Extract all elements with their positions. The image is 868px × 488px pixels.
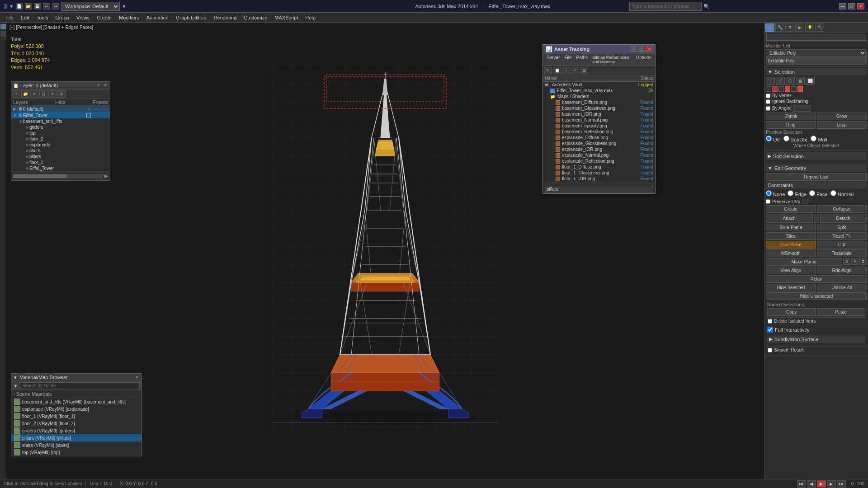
asset-close-btn[interactable]: ✕ <box>646 47 652 52</box>
menu-maxscript[interactable]: MAXScript <box>271 14 302 21</box>
search-icon[interactable]: 🔍 <box>703 4 710 9</box>
mat-item-basement[interactable]: basement_and_lifts (VRayMtl) [basement_a… <box>11 398 142 405</box>
subdiv-title[interactable]: ▶ Subdivision Surface <box>767 335 865 343</box>
layer-item-default[interactable]: ▶ 0 (default) ✓ — — <box>11 106 110 112</box>
layer-select-btn[interactable]: ⊡ <box>39 90 47 98</box>
transport-end[interactable]: ⏭ <box>837 480 846 488</box>
mat-item-floor1[interactable]: floor_1 (VRayMtl) [floor_1] <box>11 413 142 420</box>
maximize-btn[interactable]: □ <box>848 3 855 9</box>
layer-scroll-thumb[interactable] <box>13 174 67 178</box>
sel-edge-btn[interactable]: ╱ <box>776 77 785 85</box>
asset-found-btn[interactable]: ✓ <box>571 67 579 74</box>
menu-animation[interactable]: Animation <box>143 14 172 21</box>
main-viewport[interactable]: [+] [Perspective] [Shaded + Edged Faces]… <box>6 23 764 479</box>
asset-menu-paths[interactable]: Paths <box>575 55 590 65</box>
grow-btn[interactable]: Grow <box>817 113 867 120</box>
copy-ns-btn[interactable]: Copy <box>767 308 816 316</box>
undo-btn[interactable]: ↩ <box>43 3 50 9</box>
x-btn[interactable]: X <box>843 258 850 265</box>
asset-list-item[interactable]: esplanade_Normal.pngFound <box>543 152 655 158</box>
sidebar-icon-2[interactable] <box>0 31 6 37</box>
mat-item-stairs[interactable]: stairs (VRayMtl) [stairs] <box>11 441 142 449</box>
mat-search-input[interactable] <box>20 382 140 389</box>
layer-properties-btn[interactable]: ⚙ <box>57 90 66 98</box>
asset-refresh-btn[interactable]: ↻ <box>544 67 552 74</box>
delete-isolated-checkbox[interactable] <box>768 319 772 324</box>
rp-btn-display[interactable]: 💡 <box>805 23 814 32</box>
rp-btn-utilities[interactable]: 🔨 <box>815 23 824 32</box>
sel-element-btn[interactable]: ⬜ <box>806 77 815 85</box>
face-radio[interactable] <box>809 190 815 196</box>
layer-scroll-right[interactable]: ▶ <box>104 173 108 179</box>
collapse-btn[interactable]: Collapse <box>817 205 867 213</box>
asset-list-item[interactable]: basement_Diffuse.pngFound <box>543 99 655 105</box>
preview-subobj-radio[interactable] <box>783 136 789 141</box>
y-btn[interactable]: Y <box>851 258 859 265</box>
by-vertex-checkbox[interactable] <box>766 94 770 98</box>
msmooth-btn[interactable]: MSmooth <box>766 249 816 257</box>
layer-item-eiffeltower[interactable]: ▼ Eiffel_Tower — — <box>11 112 110 118</box>
asset-list-item[interactable]: floor_1_Glossiness.pngFound <box>543 170 655 176</box>
sel-face-btn[interactable]: ▦ <box>796 77 805 85</box>
layer-item-top[interactable]: top <box>24 130 110 136</box>
layer-create-btn[interactable]: + <box>12 90 20 98</box>
relax-btn[interactable]: Relax <box>766 275 867 283</box>
search-input[interactable] <box>629 2 702 11</box>
asset-list-item[interactable]: Eiffel_Tower_max_vray.maxOk <box>543 88 655 94</box>
soft-sel-title[interactable]: ▶ Soft Selection <box>766 152 867 160</box>
transport-prev[interactable]: ◀ <box>807 480 816 488</box>
attach-settings-btn[interactable] <box>814 214 819 223</box>
asset-list-item[interactable]: esplanade_IOR.pngFound <box>543 146 655 152</box>
layer-item-stairs[interactable]: stairs <box>24 148 110 154</box>
mat-item-top[interactable]: top (VRayMtl) [top] <box>11 449 142 456</box>
asset-menu-bitmap[interactable]: Bitmap Performance and Memory <box>590 55 633 65</box>
mat-item-girders[interactable]: girders (VRayMtl) [girders] <box>11 427 142 434</box>
modifier-item-editable-poly[interactable]: Editable Poly <box>766 57 867 65</box>
paste-ns-btn[interactable]: Paste <box>817 308 866 316</box>
ignore-backfacing-checkbox[interactable] <box>766 99 770 104</box>
hide-unsel-btn[interactable]: Hide Unselected <box>766 292 867 300</box>
sel-vertex-btn[interactable]: · <box>766 77 775 85</box>
sel-border-btn[interactable]: ⬡ <box>786 77 795 85</box>
ring-btn[interactable]: Ring <box>766 121 816 129</box>
preview-multi-radio[interactable] <box>811 136 816 141</box>
asset-menu-options[interactable]: Options <box>634 55 653 65</box>
layer-add-btn[interactable]: 📁 <box>21 90 29 98</box>
reset-plane-btn[interactable]: Reset Pl. <box>817 232 867 240</box>
open-file-btn[interactable]: 📂 <box>25 3 32 9</box>
modifier-dropdown[interactable]: Editable Poly <box>766 49 867 57</box>
layer-highlight-btn[interactable]: ☀ <box>48 90 57 98</box>
asset-list-item[interactable]: basement_Glossiness.pngFound <box>543 105 655 111</box>
layer-panel-close[interactable]: ✕ <box>103 83 108 88</box>
by-angle-checkbox[interactable] <box>766 106 770 111</box>
rp-btn-modify[interactable]: 🔧 <box>775 23 784 32</box>
asset-list-item[interactable]: esplanade_Diffuse.pngFound <box>543 135 655 141</box>
mat-item-pillars[interactable]: pillars (VRayMtl) [pillars] <box>11 434 142 441</box>
cut-btn[interactable]: Cut <box>817 241 867 249</box>
asset-list-item[interactable]: 📁Maps / Shaders <box>543 94 655 99</box>
asset-list-item[interactable]: basement_Reflection.pngFound <box>543 129 655 135</box>
menu-edit[interactable]: Edit <box>17 14 33 21</box>
menu-graph-editors[interactable]: Graph Editors <box>172 14 210 21</box>
attach-btn[interactable]: Attach <box>766 214 813 223</box>
hide-sel-btn[interactable]: Hide Selected <box>766 284 816 291</box>
asset-copy-btn[interactable]: 📋 <box>553 67 561 74</box>
asset-scrollbar[interactable] <box>543 181 655 185</box>
redo-btn[interactable]: ↪ <box>52 3 59 9</box>
menu-customize[interactable]: Customize <box>240 14 271 21</box>
menu-modifiers[interactable]: Modifiers <box>115 14 143 21</box>
close-btn[interactable]: ✕ <box>857 3 864 9</box>
asset-menu-file[interactable]: File <box>562 55 573 65</box>
make-planar-btn[interactable]: Make Planar <box>766 258 842 266</box>
layer-item-girders[interactable]: girders <box>24 124 110 130</box>
menu-views[interactable]: Views <box>73 14 93 21</box>
shrink-btn[interactable]: Shrink <box>766 113 816 120</box>
grid-align-btn[interactable]: Grid Align <box>817 267 867 274</box>
slice-plane-btn[interactable]: Slice Plane <box>766 224 816 231</box>
rp-search-input[interactable]: pillars <box>766 34 866 41</box>
mat-item-esplanade[interactable]: esplanade (VRayMtl) [esplanade] <box>11 405 142 413</box>
menu-create[interactable]: Create <box>93 14 115 21</box>
unhide-all-btn[interactable]: Unhide All <box>817 284 867 291</box>
view-align-btn[interactable]: View Align <box>766 267 816 274</box>
asset-list-item[interactable]: 🏛Autodesk VaultLogged <box>543 82 655 88</box>
